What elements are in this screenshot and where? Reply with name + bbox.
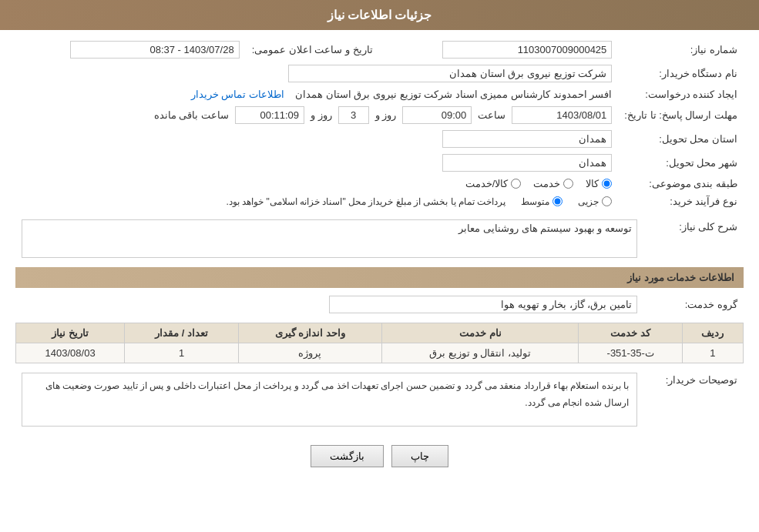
back-button[interactable]: بازگشت (311, 445, 384, 467)
deadline-remaining: 00:11:09 (235, 106, 304, 124)
col-row-num: ردیف (682, 323, 743, 343)
cell-service-code: ت-35-351- (579, 343, 683, 363)
print-button[interactable]: چاپ (391, 445, 448, 467)
date-label: تاریخ و ساعت اعلان عمومی: (246, 38, 388, 62)
cell-unit: پروژه (238, 343, 381, 363)
province-label: استان محل تحویل: (618, 127, 744, 151)
main-content: شماره نیاز: 1103007009000425 تاریخ و ساع… (0, 30, 759, 484)
need-number-cell: 1103007009000425 (388, 38, 619, 62)
creator-value: افسر احمدوند کارشناس ممیزی اسناد شرکت تو… (295, 89, 612, 100)
category-cell: کالا خدمت کالا/خدمت (15, 175, 618, 192)
buyer-notes-label: توصیحات خریدار: (643, 370, 744, 430)
purchase-note: پرداخت تمام یا بخشی از مبلغ خریداز محل "… (226, 196, 505, 207)
purchase-type-cell: جزیی متوسط پرداخت تمام یا بخشی از مبلغ خ… (15, 192, 618, 210)
service-group-cell: تامین برق، گاز، بخار و تهویه هوا (15, 293, 643, 316)
buyer-notes-value: با برنده استعلام بهاء قرارداد منعقد می گ… (22, 373, 637, 427)
col-service-code: کد خدمت (579, 323, 683, 343)
creator-link[interactable]: اطلاعات تماس خریدار (191, 89, 284, 100)
creator-cell: افسر احمدوند کارشناس ممیزی اسناد شرکت تو… (15, 85, 618, 103)
table-row: 1 ت-35-351- تولید، انتقال و توزیع برق پر… (16, 343, 744, 363)
service-group-table: گروه خدمت: تامین برق، گاز، بخار و تهویه … (15, 293, 744, 316)
deadline-days: 3 (338, 106, 369, 124)
province-cell: همدان (15, 127, 618, 151)
deadline-label: مهلت ارسال پاسخ: تا تاریخ: (618, 103, 744, 127)
page-wrapper: جزئیات اطلاعات نیاز شماره نیاز: 11030070… (0, 0, 759, 532)
service-group-value: تامین برق، گاز، بخار و تهویه هوا (329, 296, 637, 313)
deadline-cell: 1403/08/01 ساعت 09:00 روز و 3 روز و 00:1… (15, 103, 618, 127)
cell-row-num: 1 (682, 343, 743, 363)
need-number-label: شماره نیاز: (618, 38, 744, 62)
need-desc-table: شرح کلی نیاز: توسعه و بهبود سیستم های رو… (15, 216, 744, 261)
deadline-time-label: ساعت (478, 109, 505, 121)
date-cell: 1403/07/28 - 08:37 (15, 38, 246, 62)
col-quantity: تعداد / مقدار (125, 323, 239, 343)
buyer-notes-table: توصیحات خریدار: با برنده استعلام بهاء قر… (15, 370, 744, 430)
category-option-khedmat[interactable]: خدمت (533, 178, 573, 189)
buyer-notes-cell: با برنده استعلام بهاء قرارداد منعقد می گ… (15, 370, 643, 430)
col-service-name: نام خدمت (382, 323, 579, 343)
city-label: شهر محل تحویل: (618, 151, 744, 175)
col-date: تاریخ نیاز (16, 323, 125, 343)
buyer-org-label: نام دستگاه خریدار: (618, 62, 744, 85)
main-info-table: شماره نیاز: 1103007009000425 تاریخ و ساع… (15, 38, 744, 210)
services-section-header: اطلاعات خدمات مورد نیاز (15, 267, 744, 288)
date-value: 1403/07/28 - 08:37 (70, 41, 240, 59)
category-label: طبقه بندی موضوعی: (618, 175, 744, 192)
purchase-type-jozi[interactable]: جزیی (578, 196, 612, 207)
need-number-value: 1103007009000425 (442, 41, 612, 59)
deadline-days-word: روز و (311, 109, 332, 121)
page-title: جزئیات اطلاعات نیاز (327, 8, 432, 22)
province-value: همدان (442, 130, 612, 148)
need-description-value: توسعه و بهبود سیستم های روشنایی معابر (22, 219, 637, 258)
deadline-time: 09:00 (402, 106, 472, 124)
cell-date: 1403/08/03 (16, 343, 125, 363)
deadline-days-label: روز و (375, 109, 397, 121)
purchase-type-motawaset[interactable]: متوسط (521, 196, 563, 207)
service-group-label: گروه خدمت: (643, 293, 744, 316)
deadline-remaining-label: ساعت باقی مانده (154, 109, 229, 121)
need-desc-label: شرح کلی نیاز: (643, 216, 744, 261)
deadline-date: 1403/08/01 (512, 106, 612, 124)
purchase-type-label: نوع فرآیند خرید: (618, 192, 744, 210)
page-header: جزئیات اطلاعات نیاز (0, 0, 759, 30)
category-option-kala[interactable]: کالا (586, 178, 612, 189)
cell-service-name: تولید، انتقال و توزیع برق (382, 343, 579, 363)
need-desc-cell: توسعه و بهبود سیستم های روشنایی معابر (15, 216, 643, 261)
button-bar: چاپ بازگشت (15, 436, 744, 477)
city-cell: همدان (15, 151, 618, 175)
category-option-kala-khedmat[interactable]: کالا/خدمت (465, 178, 522, 189)
cell-quantity: 1 (125, 343, 239, 363)
buyer-org-cell: شرکت توزیع نیروی برق استان همدان (15, 62, 618, 85)
city-value: همدان (442, 154, 612, 172)
creator-label: ایجاد کننده درخواست: (618, 85, 744, 103)
buyer-org-value: شرکت توزیع نیروی برق استان همدان (288, 65, 612, 82)
services-title: اطلاعات خدمات مورد نیاز (627, 272, 734, 283)
col-unit: واحد اندازه گیری (238, 323, 381, 343)
services-table: ردیف کد خدمت نام خدمت واحد اندازه گیری ت… (15, 323, 744, 363)
